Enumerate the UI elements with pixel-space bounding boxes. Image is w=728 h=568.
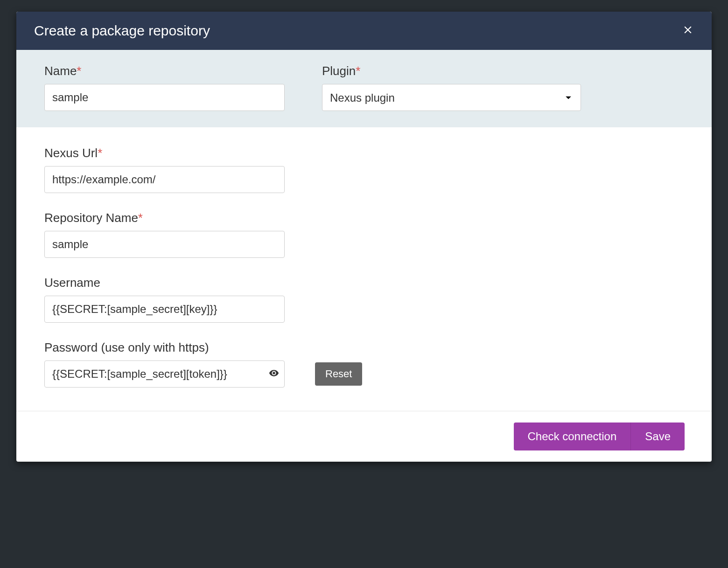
name-group: Name*	[44, 64, 285, 111]
create-package-repository-modal: Create a package repository Name* Plugin…	[16, 12, 712, 462]
password-input[interactable]	[44, 360, 285, 388]
required-asterisk: *	[77, 64, 81, 78]
plugin-group: Plugin* Nexus plugin	[322, 64, 581, 111]
top-section: Name* Plugin* Nexus plugin	[16, 50, 712, 127]
nexus-url-group: Nexus Url*	[44, 146, 684, 193]
plugin-label-text: Plugin	[322, 64, 356, 78]
repository-name-group: Repository Name*	[44, 211, 684, 258]
name-input[interactable]	[44, 84, 285, 111]
footer-button-group: Check connection Save	[514, 423, 685, 450]
modal-title: Create a package repository	[34, 23, 210, 39]
name-label-text: Name	[44, 64, 77, 78]
required-asterisk: *	[356, 64, 360, 78]
reset-button[interactable]: Reset	[315, 362, 362, 386]
username-input[interactable]	[44, 296, 285, 323]
modal-footer: Check connection Save	[16, 411, 712, 462]
nexus-url-input[interactable]	[44, 166, 285, 193]
plugin-label: Plugin*	[322, 64, 581, 78]
save-button[interactable]: Save	[631, 423, 685, 450]
nexus-url-label: Nexus Url*	[44, 146, 684, 160]
username-label: Username	[44, 276, 684, 290]
repository-name-label: Repository Name*	[44, 211, 684, 225]
modal-header: Create a package repository	[16, 12, 712, 50]
password-group: Password (use only with https) Reset	[44, 340, 684, 388]
body-section: Nexus Url* Repository Name* Username Pas…	[16, 127, 712, 411]
close-icon	[682, 24, 694, 36]
required-asterisk: *	[138, 211, 143, 225]
password-input-wrapper	[44, 360, 285, 388]
username-group: Username	[44, 276, 684, 323]
eye-icon[interactable]	[269, 368, 279, 380]
password-label: Password (use only with https)	[44, 340, 684, 355]
repository-name-label-text: Repository Name	[44, 211, 138, 225]
close-button[interactable]	[682, 24, 694, 38]
password-row: Reset	[44, 360, 684, 388]
repository-name-input[interactable]	[44, 231, 285, 258]
plugin-select[interactable]: Nexus plugin	[322, 84, 581, 111]
name-label: Name*	[44, 64, 285, 78]
nexus-url-label-text: Nexus Url	[44, 146, 98, 160]
required-asterisk: *	[98, 146, 102, 160]
check-connection-button[interactable]: Check connection	[514, 423, 631, 450]
